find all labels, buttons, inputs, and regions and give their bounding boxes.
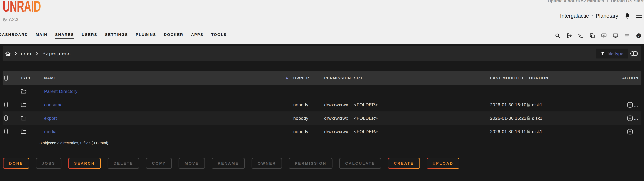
column-header-type[interactable]: TYPE (16, 76, 40, 80)
create-button[interactable]: CREATE (388, 158, 420, 169)
size-cell: <FOLDER> (352, 116, 488, 121)
open-folder-icon (20, 89, 27, 94)
calculate-button[interactable]: CALCULATE (339, 158, 381, 169)
file-name-link[interactable]: media (44, 129, 57, 134)
table-row-media: media nobody drwxrwxrwx <FOLDER> 2026-01… (2, 125, 642, 138)
folder-icon (20, 102, 26, 108)
owner-cell: nobody (291, 102, 322, 108)
nav-settings[interactable]: SETTINGS (105, 32, 128, 39)
column-header-owner[interactable]: OWNER (291, 76, 322, 80)
owner-button[interactable]: OWNER (252, 158, 282, 169)
nav-shares[interactable]: SHARES (55, 32, 74, 39)
status-separator: • (607, 0, 608, 3)
row-checkbox[interactable] (4, 128, 8, 134)
file-name-link[interactable]: consume (44, 102, 63, 108)
svg-text:?: ? (638, 34, 640, 38)
main-nav: DASHBOARD MAIN SHARES USERS SETTINGS PLU… (0, 31, 644, 40)
column-header-permission[interactable]: PERMISSION (322, 76, 352, 80)
help-icon[interactable]: ? (636, 33, 642, 38)
last-modified-cell: 2026-01-30 16:10 (488, 102, 526, 108)
copy-button[interactable]: COPY (146, 158, 172, 169)
nav-docker[interactable]: DOCKER (164, 32, 183, 39)
server-name: Intergalactic (560, 13, 589, 19)
unraid-file-manager: UNRAID 7.2.3 Uptime 4 hours 52 minutes•U… (0, 0, 644, 181)
add-action-icon (627, 115, 633, 121)
breadcrumb-user[interactable]: user (21, 51, 32, 56)
menu-hamburger-icon[interactable] (636, 14, 642, 18)
column-header-size[interactable]: SIZE (352, 76, 488, 80)
row-action-button[interactable]: … (627, 115, 642, 121)
row-action-button[interactable]: … (627, 129, 642, 135)
permission-cell: drwxrwxrwx (322, 102, 352, 108)
filter-label: file type (608, 51, 624, 56)
permission-button[interactable]: PERMISSION (289, 158, 332, 169)
sign-out-icon[interactable] (566, 33, 572, 38)
search-icon[interactable] (555, 33, 560, 38)
nav-main[interactable]: MAIN (36, 32, 48, 39)
permission-cell: drwxrwxrwx (322, 129, 352, 134)
breadcrumb: user Paperpless (5, 51, 71, 56)
table-row-export: export nobody drwxrwxrwx <FOLDER> 2026-0… (2, 112, 642, 125)
nav-users[interactable]: USERS (82, 32, 97, 39)
view-toggle-icon[interactable] (630, 51, 638, 56)
more-actions-ellipsis: … (634, 129, 638, 135)
uptime-text: Uptime 4 hours 52 minutes (548, 0, 604, 3)
search-button[interactable]: SEARCH (68, 158, 101, 169)
column-header-name[interactable]: NAME (40, 76, 291, 80)
file-type-filter[interactable]: file type (596, 48, 628, 58)
jobs-button[interactable]: JOBS (36, 158, 62, 169)
nav-plugins[interactable]: PLUGINS (136, 32, 156, 39)
delete-button[interactable]: DELETE (108, 158, 140, 169)
file-name-link[interactable]: export (44, 116, 57, 121)
column-header-location[interactable]: LOCATION (526, 76, 587, 80)
notifications-bell-icon[interactable] (624, 13, 630, 19)
last-modified-cell: 2026-01-30 16:22 (488, 116, 526, 121)
more-actions-ellipsis: … (634, 102, 638, 108)
lock-icon (526, 116, 530, 120)
location-cell: disk1 (526, 116, 587, 121)
chevron-right-icon (36, 52, 38, 55)
breadcrumb-paperpless[interactable]: Paperpless (42, 51, 71, 56)
action-buttons: DONE JOBS SEARCH DELETE COPY MOVE RENAME… (3, 158, 459, 169)
column-header-last-modified[interactable]: LAST MODIFIED (488, 76, 526, 80)
row-checkbox[interactable] (4, 115, 8, 121)
move-button[interactable]: MOVE (178, 158, 205, 169)
version-label: 7.2.3 (8, 17, 18, 22)
column-header-action[interactable]: ACTION (622, 76, 642, 80)
parent-directory-link[interactable]: Parent Directory (44, 89, 78, 94)
permission-cell: drwxrwxrwx (322, 116, 352, 121)
nav-apps[interactable]: APPS (191, 32, 204, 39)
location-cell: disk1 (526, 129, 587, 134)
home-icon[interactable] (5, 51, 11, 56)
size-cell: <FOLDER> (352, 129, 488, 134)
monitor-icon[interactable] (613, 33, 618, 38)
terminal-icon[interactable] (578, 33, 584, 38)
unraid-logo[interactable]: UNRAID (2, 0, 41, 15)
server-identity: Intergalactic • Planetary (560, 11, 642, 21)
row-action-button[interactable]: … (627, 102, 642, 108)
copy-windows-icon[interactable] (590, 33, 595, 38)
select-all-checkbox[interactable] (4, 75, 8, 80)
server-separator: • (592, 14, 593, 18)
more-actions-ellipsis: … (634, 116, 638, 121)
upload-button[interactable]: UPLOAD (427, 158, 460, 169)
nav-dashboard[interactable]: DASHBOARD (0, 32, 28, 39)
feedback-icon[interactable] (601, 33, 607, 38)
chevron-right-icon (15, 52, 17, 55)
nav-tools[interactable]: TOOLS (211, 32, 226, 39)
row-checkbox[interactable] (4, 102, 8, 108)
owner-cell: nobody (291, 129, 322, 134)
os-state-text: Unraid OS Started (611, 0, 644, 3)
server-description: Planetary (596, 13, 618, 19)
sort-ascending-icon (285, 77, 288, 79)
done-button[interactable]: DONE (3, 158, 29, 169)
add-action-icon (627, 102, 633, 108)
last-modified-cell: 2026-01-30 16:11 (488, 129, 526, 134)
lock-icon (526, 103, 530, 107)
rename-button[interactable]: RENAME (212, 158, 245, 169)
filter-funnel-icon (601, 52, 605, 55)
log-icon[interactable] (624, 33, 630, 38)
add-action-icon (627, 129, 633, 135)
breadcrumb-bar: user Paperpless file type (2, 46, 642, 61)
file-manager-content: user Paperpless file type TYPE (0, 44, 644, 181)
